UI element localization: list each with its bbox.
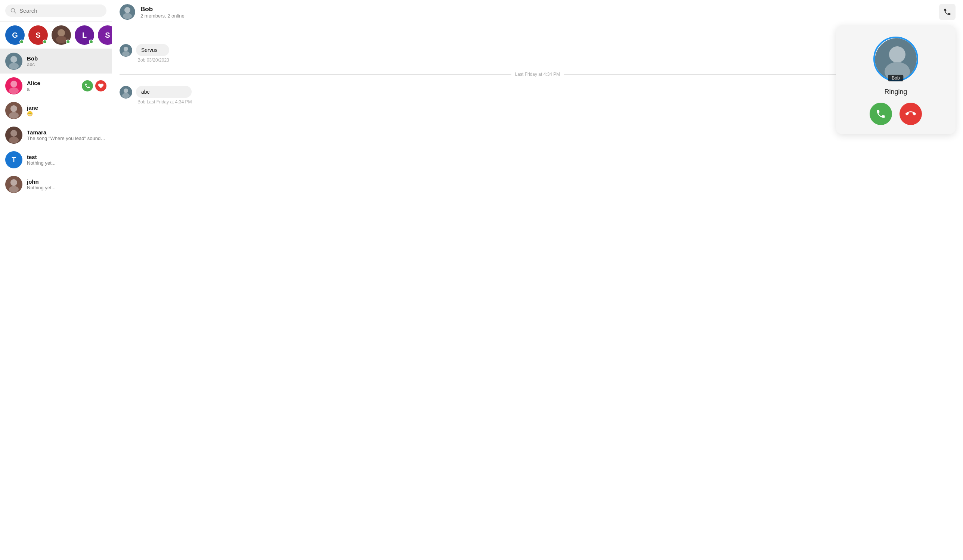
msg-content-servus: Servus Bob 03/20/2023 — [136, 44, 169, 63]
call-avatar-wrapper: Bob — [873, 37, 918, 81]
svg-point-19 — [123, 13, 132, 19]
svg-point-13 — [10, 130, 17, 137]
decline-call-button[interactable] — [95, 80, 107, 91]
call-accept-button[interactable] — [870, 103, 892, 125]
conversation-list: Bob abc Alice a — [0, 49, 112, 560]
convo-preview-alice: a — [27, 86, 77, 92]
msg-bubble-abc: abc — [136, 86, 191, 98]
msg-meta-abc: Bob Last Friday at 4:34 PM — [136, 99, 191, 105]
convo-preview-test: Nothing yet... — [27, 160, 107, 166]
svg-point-25 — [122, 93, 130, 98]
msg-meta-servus: Bob 03/20/2023 — [136, 58, 169, 63]
svg-point-16 — [9, 186, 19, 193]
convo-item-tamara[interactable]: Tamara The song "Where you lead" sounds … — [0, 123, 112, 147]
svg-point-3 — [56, 36, 66, 43]
divider-friday-text: Last Friday at 4:34 PM — [515, 72, 560, 77]
chat-header-info: Bob 2 members, 2 online — [141, 6, 934, 19]
svg-point-22 — [122, 51, 130, 57]
chat-messages: Servus Bob 03/20/2023 Last Friday at 4:3… — [112, 24, 963, 560]
convo-preview-john: Nothing yet... — [27, 185, 107, 190]
call-decline-button[interactable] — [900, 103, 922, 125]
message-row-abc: abc Bob Last Friday at 4:34 PM — [120, 86, 955, 105]
search-input[interactable] — [19, 8, 101, 14]
call-status: Ringing — [884, 88, 907, 96]
status-dot-green — [66, 40, 70, 44]
convo-name-john: john — [27, 178, 107, 185]
svg-point-24 — [124, 89, 128, 93]
message-row-servus: Servus Bob 03/20/2023 — [120, 44, 955, 63]
chat-area: Bob 2 members, 2 online Servus Bob 03/20… — [112, 0, 963, 560]
call-buttons — [870, 103, 922, 125]
convo-info-jane: jane 😁 — [27, 105, 107, 117]
chat-header-name: Bob — [141, 6, 934, 13]
story-G[interactable]: G — [5, 25, 25, 45]
convo-name-alice: Alice — [27, 80, 77, 86]
story-L[interactable]: L — [75, 25, 94, 45]
convo-info-bob: Bob abc — [27, 55, 107, 67]
svg-point-8 — [9, 63, 19, 70]
svg-point-10 — [9, 87, 19, 94]
msg-avatar-bob — [120, 44, 132, 57]
status-dot-green — [42, 40, 47, 44]
story-beard[interactable] — [52, 25, 71, 45]
convo-item-test[interactable]: T test Nothing yet... — [0, 147, 112, 172]
status-dot-green — [89, 40, 93, 44]
convo-preview-tamara: The song "Where you lead" sounds really … — [27, 136, 107, 141]
chat-header-meta: 2 members, 2 online — [141, 13, 934, 19]
convo-info-tamara: Tamara The song "Where you lead" sounds … — [27, 129, 107, 141]
msg-avatar-bob2 — [120, 86, 132, 99]
chat-header-avatar — [120, 4, 135, 20]
svg-point-7 — [10, 56, 17, 63]
story-S1[interactable]: S — [28, 25, 48, 45]
convo-actions-alice — [82, 80, 107, 91]
sidebar: G S L S — [0, 0, 112, 560]
convo-info-john: john Nothing yet... — [27, 178, 107, 190]
call-overlay: Bob Ringing — [836, 25, 955, 134]
svg-point-27 — [889, 46, 905, 63]
search-icon — [10, 8, 16, 14]
svg-point-18 — [125, 7, 130, 13]
convo-name-test: test — [27, 154, 107, 160]
convo-item-john[interactable]: john Nothing yet... — [0, 172, 112, 197]
convo-item-jane[interactable]: jane 😁 — [0, 98, 112, 123]
msg-bubble-servus: Servus — [136, 44, 169, 56]
divider-friday: Last Friday at 4:34 PM — [120, 72, 955, 77]
status-dot-green — [19, 40, 24, 44]
story-S2[interactable]: S — [98, 25, 112, 45]
convo-preview-jane: 😁 — [27, 111, 107, 117]
call-name-badge: Bob — [888, 74, 903, 81]
divider-top — [120, 35, 955, 35]
svg-point-2 — [58, 29, 65, 37]
chat-header: Bob 2 members, 2 online — [112, 0, 963, 24]
convo-info-alice: Alice a — [27, 80, 77, 92]
svg-point-12 — [9, 112, 19, 119]
convo-preview-bob: abc — [27, 62, 107, 67]
stories-row: G S L S — [0, 22, 112, 49]
search-wrapper — [5, 5, 107, 17]
convo-name-jane: jane — [27, 105, 107, 111]
svg-point-9 — [10, 81, 17, 87]
convo-item-bob[interactable]: Bob abc — [0, 49, 112, 74]
search-bar — [0, 0, 112, 22]
msg-content-abc: abc Bob Last Friday at 4:34 PM — [136, 86, 191, 105]
phone-call-button[interactable] — [939, 4, 955, 20]
svg-point-15 — [10, 179, 17, 186]
svg-point-11 — [10, 105, 17, 112]
convo-name-bob: Bob — [27, 55, 107, 62]
svg-point-14 — [9, 137, 19, 143]
svg-point-21 — [124, 47, 128, 51]
convo-item-alice[interactable]: Alice a — [0, 74, 112, 98]
convo-info-test: test Nothing yet... — [27, 154, 107, 166]
accept-call-button[interactable] — [82, 80, 93, 91]
convo-name-tamara: Tamara — [27, 129, 107, 136]
svg-line-1 — [15, 11, 16, 13]
